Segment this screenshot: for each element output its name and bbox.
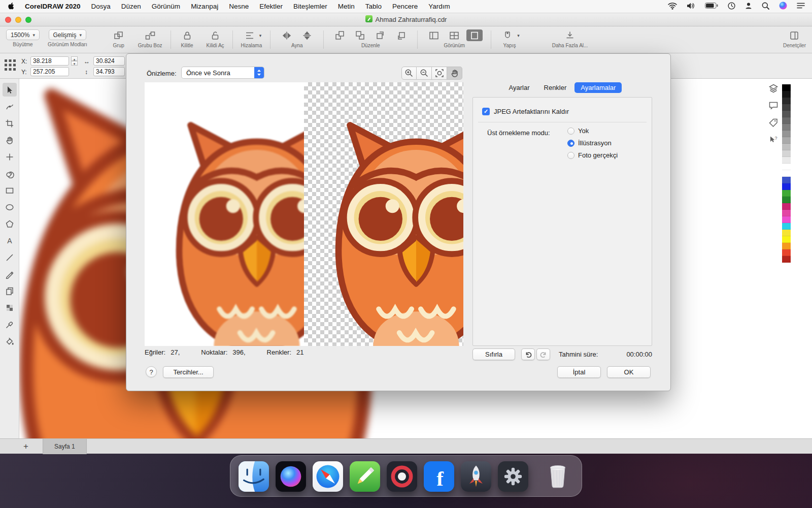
menu-mizanpaj[interactable]: Mizanpaj <box>191 3 218 10</box>
lock-button[interactable]: Kilitle <box>179 29 195 48</box>
x-position-field[interactable] <box>30 56 69 66</box>
pick-tool[interactable] <box>3 83 17 97</box>
palette-swatch[interactable] <box>782 124 791 131</box>
close-window-button[interactable] <box>5 17 11 23</box>
zoom-in-button[interactable] <box>401 67 417 80</box>
undo-button[interactable] <box>521 348 535 360</box>
step-forward-button[interactable] <box>373 29 389 41</box>
palette-swatch[interactable] <box>782 137 791 144</box>
dock-rocket-app[interactable] <box>461 461 491 492</box>
palette-swatch[interactable] <box>782 183 791 190</box>
group-button[interactable]: Grup <box>111 29 127 48</box>
palette-swatch[interactable] <box>782 249 791 256</box>
palette-swatch[interactable] <box>782 177 791 183</box>
help-button[interactable]: ? <box>146 366 157 377</box>
rectangle-tool[interactable] <box>3 183 17 197</box>
palette-swatch[interactable] <box>782 243 791 249</box>
palette-swatch[interactable] <box>782 164 791 170</box>
text-tool[interactable]: A <box>3 234 17 247</box>
dimension-tool[interactable] <box>3 150 17 164</box>
apple-menu-icon[interactable] <box>7 2 14 11</box>
shape-tool[interactable] <box>3 100 17 113</box>
cancel-button[interactable]: İptal <box>557 366 601 378</box>
unlock-button[interactable]: Kilidi Aç <box>207 29 224 48</box>
menu-metin[interactable]: Metin <box>338 3 355 10</box>
palette-swatch[interactable] <box>782 144 791 150</box>
order-to-back-button[interactable] <box>352 29 368 41</box>
dock-facebook[interactable]: f <box>424 461 454 492</box>
add-page-button[interactable]: + <box>18 439 33 454</box>
crop-tool[interactable] <box>3 116 17 130</box>
pan-preview-button[interactable] <box>447 67 462 80</box>
page-tab-sayfa1[interactable]: Sayfa 1 <box>43 439 87 454</box>
eyedropper-tool[interactable] <box>3 318 17 331</box>
layers-button[interactable] <box>767 82 780 94</box>
reset-button[interactable]: Sıfırla <box>472 348 515 360</box>
preferences-button[interactable]: Tercihler... <box>163 366 214 378</box>
menubar-app-name[interactable]: CorelDRAW 2020 <box>25 3 81 10</box>
palette-swatch[interactable] <box>782 117 791 124</box>
spiral-tool[interactable] <box>3 167 17 180</box>
dock-trash[interactable] <box>542 460 573 492</box>
palette-swatch[interactable] <box>782 150 791 157</box>
view-grid-button[interactable] <box>446 29 462 41</box>
radio-illustrasyon[interactable]: İllüstrasyon <box>567 139 618 147</box>
step-back-button[interactable] <box>393 29 409 41</box>
tab-renkler[interactable]: Renkler <box>538 82 573 93</box>
radio-yok[interactable]: Yok <box>567 127 618 135</box>
clock-icon[interactable] <box>728 2 735 11</box>
menu-pencere[interactable]: Pencere <box>392 3 418 10</box>
menu-yardim[interactable]: Yardım <box>428 3 450 10</box>
y-position-field[interactable] <box>30 67 69 76</box>
palette-swatch[interactable] <box>782 98 791 104</box>
mirror-vertical-button[interactable] <box>299 29 315 41</box>
zoom-window-button[interactable] <box>25 17 31 23</box>
search-icon[interactable] <box>762 2 769 11</box>
palette-swatch[interactable] <box>782 197 791 203</box>
tab-ayarlar[interactable]: Ayarlar <box>503 82 536 93</box>
position-stepper[interactable]: ▴▾ <box>71 56 78 66</box>
view-columns-button[interactable] <box>426 29 442 41</box>
menu-nesne[interactable]: Nesne <box>229 3 249 10</box>
palette-swatch[interactable] <box>782 84 791 91</box>
ok-button[interactable]: OK <box>607 366 651 378</box>
dock-system-settings[interactable] <box>498 461 528 492</box>
view-mode-select[interactable]: Gelişmiş ▾ <box>49 29 87 40</box>
palette-swatch[interactable] <box>782 170 791 177</box>
snap-button[interactable]: ▾ Yapış <box>499 29 520 48</box>
tab-ayarlamalar[interactable]: Ayarlamalar <box>574 82 622 93</box>
palette-swatch[interactable] <box>782 223 791 230</box>
palette-swatch[interactable] <box>782 111 791 117</box>
dock-pencil-app[interactable] <box>350 461 380 492</box>
align-button[interactable]: ▾ Hizalama <box>241 29 262 48</box>
user-icon[interactable] <box>745 2 752 11</box>
comments-button[interactable] <box>767 100 780 112</box>
palette-swatch[interactable] <box>782 256 791 263</box>
menu-tablo[interactable]: Tablo <box>365 3 382 10</box>
wifi-icon[interactable] <box>668 2 677 11</box>
palette-swatch[interactable] <box>782 210 791 216</box>
preview-after-pane[interactable] <box>304 82 463 346</box>
get-more-button[interactable]: Daha Fazla Al... <box>552 29 588 48</box>
preview-before-pane[interactable] <box>145 82 304 346</box>
palette-swatch[interactable] <box>782 203 791 210</box>
dock-finder[interactable] <box>239 461 269 492</box>
battery-icon[interactable] <box>705 3 718 10</box>
zoom-out-button[interactable] <box>417 67 432 80</box>
palette-swatch[interactable] <box>782 230 791 236</box>
zoom-level-select[interactable]: 1500% ▾ <box>6 29 40 40</box>
dock-siri[interactable] <box>276 461 306 492</box>
palette-swatch[interactable] <box>782 190 791 197</box>
pan-tool[interactable] <box>3 133 17 147</box>
fill-tool[interactable] <box>3 334 17 348</box>
volume-icon[interactable] <box>687 3 695 11</box>
palette-swatch[interactable] <box>782 236 791 243</box>
redo-button[interactable] <box>536 348 550 360</box>
menu-efektler[interactable]: Efektler <box>259 3 283 10</box>
whats-this-button[interactable]: ? <box>767 134 780 146</box>
menu-biteslemler[interactable]: Biteşlemler <box>293 3 327 10</box>
palette-swatch[interactable] <box>782 216 791 223</box>
zoom-fit-button[interactable] <box>432 67 447 80</box>
palette-swatch[interactable] <box>782 104 791 111</box>
menu-duzen[interactable]: Düzen <box>121 3 141 10</box>
